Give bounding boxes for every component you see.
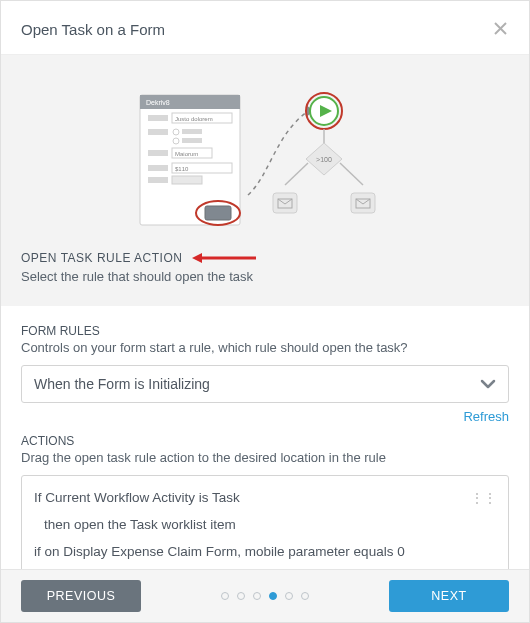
- rule-condition2-text[interactable]: if on Display Expense Claim Form, mobile…: [34, 544, 496, 559]
- svg-rect-16: [172, 176, 202, 184]
- step-dots: [221, 592, 309, 600]
- previous-button[interactable]: PREVIOUS: [21, 580, 141, 612]
- next-button[interactable]: NEXT: [389, 580, 509, 612]
- illus-field2: Maiorum: [175, 151, 198, 157]
- svg-rect-4: [148, 115, 168, 121]
- step-dot-5[interactable]: [285, 592, 293, 600]
- illustration: Dekriv8 Justo dolorem Maiorum $110: [21, 85, 509, 235]
- rule-select-value: When the Form is Initializing: [34, 376, 210, 392]
- svg-rect-13: [148, 165, 168, 171]
- form-area: FORM RULES Controls on your form start a…: [1, 306, 529, 569]
- modal-header: Open Task on a Form: [1, 1, 529, 55]
- close-icon: [494, 22, 507, 35]
- actions-label: ACTIONS: [21, 434, 509, 448]
- svg-rect-18: [205, 206, 231, 220]
- svg-marker-29: [192, 253, 202, 263]
- svg-rect-15: [148, 177, 168, 183]
- wizard-footer: PREVIOUS NEXT: [1, 569, 529, 622]
- illus-field1: Justo dolorem: [175, 116, 213, 122]
- rule-select[interactable]: When the Form is Initializing: [21, 365, 509, 403]
- form-rules-helper: Controls on your form start a rule, whic…: [21, 340, 509, 355]
- close-button[interactable]: [492, 19, 509, 40]
- svg-rect-10: [182, 138, 202, 143]
- open-task-modal: Open Task on a Form Dekriv8 Justo dolore…: [0, 0, 530, 623]
- actions-helper: Drag the open task rule action to the de…: [21, 450, 509, 465]
- step-dot-2[interactable]: [237, 592, 245, 600]
- chevron-down-icon: [480, 376, 496, 392]
- step-dot-1[interactable]: [221, 592, 229, 600]
- illus-diamond-label: >100: [316, 156, 332, 163]
- illustration-section: Dekriv8 Justo dolorem Maiorum $110: [1, 55, 529, 306]
- rule-condition-text: If Current Workflow Activity is Task: [34, 490, 240, 505]
- intro-section-desc: Select the rule that should open the tas…: [21, 269, 509, 284]
- svg-line-24: [285, 163, 308, 185]
- svg-rect-8: [182, 129, 202, 134]
- step-dot-4[interactable]: [269, 592, 277, 600]
- illus-field3: $110: [175, 166, 189, 172]
- step-dot-6[interactable]: [301, 592, 309, 600]
- arrow-left-icon: [192, 253, 256, 263]
- actions-box: If Current Workflow Activity is Task ⋮⋮ …: [21, 475, 509, 569]
- step-dot-3[interactable]: [253, 592, 261, 600]
- refresh-button[interactable]: Refresh: [463, 409, 509, 424]
- svg-rect-26: [273, 193, 297, 213]
- illus-form-title: Dekriv8: [146, 99, 170, 106]
- intro-section-title: OPEN TASK RULE ACTION: [21, 251, 182, 265]
- svg-rect-6: [148, 129, 168, 135]
- form-rules-label: FORM RULES: [21, 324, 509, 338]
- svg-line-25: [340, 163, 363, 185]
- rule-action-text[interactable]: then open the Task worklist item: [34, 517, 496, 532]
- svg-rect-27: [351, 193, 375, 213]
- svg-rect-11: [148, 150, 168, 156]
- drag-handle-icon[interactable]: ⋮⋮: [470, 490, 496, 506]
- rule-condition-row[interactable]: If Current Workflow Activity is Task ⋮⋮: [34, 490, 496, 505]
- modal-title: Open Task on a Form: [21, 21, 165, 38]
